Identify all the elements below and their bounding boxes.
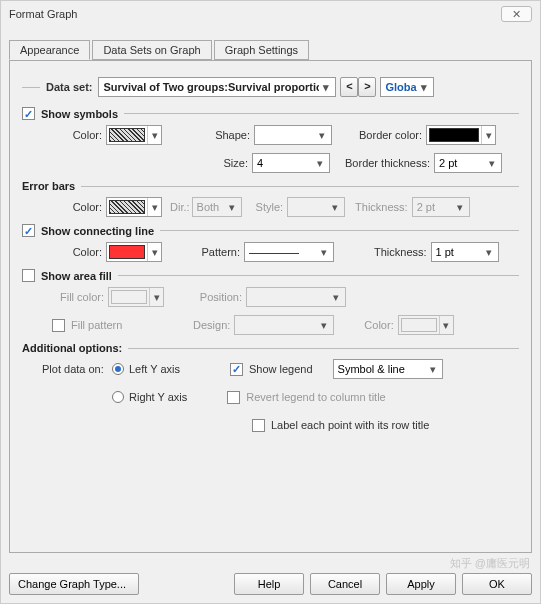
border-thickness-label: Border thickness: (336, 157, 430, 169)
change-graph-type-button[interactable]: Change Graph Type... (9, 573, 139, 595)
error-dir-combo: Both▾ (192, 197, 242, 217)
chevron-down-icon: ▾ (426, 363, 440, 376)
border-color-label: Border color: (352, 129, 422, 141)
conn-thick-combo[interactable]: 1 pt▾ (431, 242, 499, 262)
right-y-label: Right Y axis (129, 391, 187, 403)
left-y-label: Left Y axis (129, 363, 180, 375)
symbol-shape-label: Shape: (206, 129, 250, 141)
area-color-combo: ▾ (398, 315, 454, 335)
chevron-down-icon: ▾ (317, 246, 331, 259)
fill-color-label: Fill color: (52, 291, 104, 303)
dataset-next-button[interactable]: > (358, 77, 376, 97)
cancel-button[interactable]: Cancel (310, 573, 380, 595)
tab-bar: Appearance Data Sets on Graph Graph Sett… (9, 39, 532, 61)
symbol-shape-combo[interactable]: ▾ (254, 125, 332, 145)
window-title: Format Graph (9, 8, 77, 20)
conn-thick-label: Thickness: (374, 246, 427, 258)
area-design-label: Design: (180, 319, 230, 331)
chevron-down-icon: ▾ (328, 201, 342, 214)
right-y-radio[interactable] (112, 391, 124, 403)
error-style-label: Style: (256, 201, 284, 213)
symbol-size-label: Size: (204, 157, 248, 169)
conn-color-label: Color: (62, 246, 102, 258)
dataset-label: Data set: (46, 81, 92, 93)
left-y-radio[interactable] (112, 363, 124, 375)
chevron-down-icon: ▾ (147, 243, 161, 261)
show-area-label: Show area fill (41, 270, 112, 282)
area-color-label: Color: (364, 319, 393, 331)
chevron-down-icon: ▾ (481, 126, 495, 144)
chevron-down-icon: ▾ (313, 157, 327, 170)
help-button[interactable]: Help (234, 573, 304, 595)
area-position-label: Position: (192, 291, 242, 303)
chevron-down-icon: ▾ (315, 129, 329, 142)
error-thick-label: Thickness: (355, 201, 408, 213)
chevron-down-icon: ▾ (147, 126, 161, 144)
symbol-size-combo[interactable]: 4▾ (252, 153, 330, 173)
label-each-point-label: Label each point with its row title (271, 419, 429, 431)
chevron-down-icon: ▾ (147, 198, 161, 216)
legend-style-combo[interactable]: Symbol & line▾ (333, 359, 443, 379)
additional-label: Additional options: (22, 342, 122, 354)
fill-pattern-checkbox (52, 319, 65, 332)
dataset-combo[interactable]: Survival of Two groups:Survival proporti… (98, 77, 336, 97)
global-combo[interactable]: Global▾ (380, 77, 434, 97)
show-connecting-label: Show connecting line (41, 225, 154, 237)
chevron-down-icon: ▾ (149, 288, 163, 306)
chevron-down-icon: ▾ (329, 291, 343, 304)
appearance-panel: Data set: Survival of Two groups:Surviva… (9, 61, 532, 553)
conn-pattern-label: Pattern: (190, 246, 240, 258)
error-color-combo[interactable]: ▾ (106, 197, 162, 217)
tab-graphsettings[interactable]: Graph Settings (214, 40, 309, 60)
apply-button[interactable]: Apply (386, 573, 456, 595)
pattern-line-icon (249, 253, 299, 254)
chevron-down-icon: ▾ (319, 81, 333, 94)
label-each-point-checkbox[interactable] (252, 419, 265, 432)
show-symbols-checkbox[interactable] (22, 107, 35, 120)
chevron-down-icon: ▾ (485, 157, 499, 170)
error-thick-combo: 2 pt▾ (412, 197, 470, 217)
dataset-prev-button[interactable]: < (340, 77, 358, 97)
area-design-combo: ▾ (234, 315, 334, 335)
chevron-down-icon: ▾ (453, 201, 467, 214)
area-position-combo: ▾ (246, 287, 346, 307)
revert-legend-checkbox[interactable] (227, 391, 240, 404)
revert-legend-label: Revert legend to column title (246, 391, 385, 403)
symbol-color-label: Color: (62, 129, 102, 141)
show-area-checkbox[interactable] (22, 269, 35, 282)
ok-button[interactable]: OK (462, 573, 532, 595)
symbol-color-combo[interactable]: ▾ (106, 125, 162, 145)
show-legend-label: Show legend (249, 363, 313, 375)
error-dir-label: Dir.: (170, 201, 190, 213)
error-style-combo: ▾ (287, 197, 345, 217)
error-bars-label: Error bars (22, 180, 75, 192)
border-color-combo[interactable]: ▾ (426, 125, 496, 145)
fill-color-combo: ▾ (108, 287, 164, 307)
show-legend-checkbox[interactable] (230, 363, 243, 376)
chevron-down-icon: ▾ (482, 246, 496, 259)
chevron-down-icon: ▾ (417, 81, 431, 94)
tab-datasets[interactable]: Data Sets on Graph (92, 40, 211, 60)
chevron-down-icon: ▾ (225, 201, 239, 214)
error-color-label: Color: (62, 201, 102, 213)
show-connecting-checkbox[interactable] (22, 224, 35, 237)
chevron-down-icon: ▾ (317, 319, 331, 332)
fill-pattern-label: Fill pattern (71, 319, 122, 331)
tab-appearance[interactable]: Appearance (9, 40, 90, 60)
conn-pattern-combo[interactable]: ▾ (244, 242, 334, 262)
plot-on-label: Plot data on: (42, 363, 112, 375)
border-thickness-combo[interactable]: 2 pt▾ (434, 153, 502, 173)
show-symbols-label: Show symbols (41, 108, 118, 120)
close-button[interactable]: ✕ (501, 6, 532, 22)
chevron-down-icon: ▾ (439, 316, 453, 334)
conn-color-combo[interactable]: ▾ (106, 242, 162, 262)
